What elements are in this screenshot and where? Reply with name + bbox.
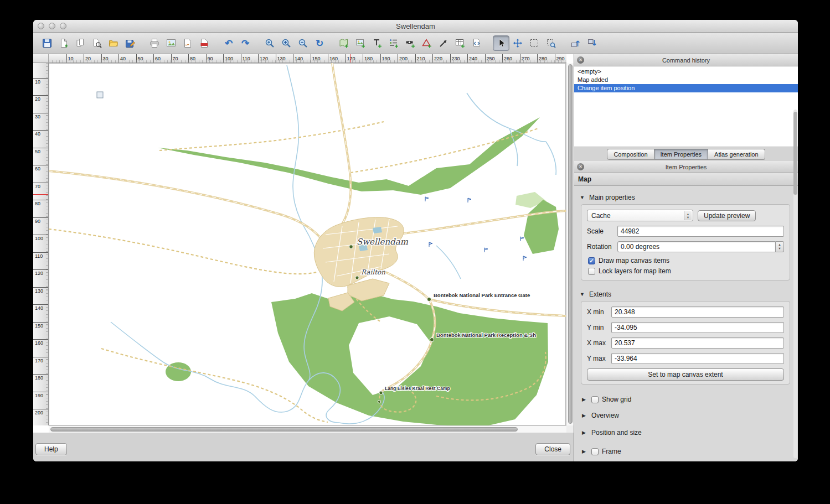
ymin-input[interactable]: -34.095 (611, 322, 784, 333)
add-arrow-icon[interactable] (435, 35, 452, 51)
item-type-label: Map (574, 173, 798, 186)
show-grid-checkbox[interactable]: ✓ (591, 396, 599, 403)
save-as-icon[interactable] (122, 35, 138, 51)
history-item[interactable]: <empty> (574, 67, 798, 76)
update-preview-button[interactable]: Update preview (698, 210, 756, 221)
chevron-right-icon[interactable]: ▶ (582, 430, 588, 435)
overview-section[interactable]: ▶ Overview (582, 412, 791, 419)
add-map-icon[interactable] (336, 35, 352, 51)
select-marquee-icon[interactable] (526, 35, 543, 51)
zoom-full-icon[interactable] (261, 35, 278, 51)
redo-icon[interactable]: ↷ (237, 35, 254, 51)
rotation-input[interactable]: 0.00 degrees (617, 241, 776, 252)
frame-checkbox[interactable]: ✓ (591, 448, 599, 455)
add-label-icon[interactable] (369, 35, 385, 51)
minimize-window-button[interactable] (49, 23, 55, 29)
duplicate-composition-icon[interactable] (72, 35, 89, 51)
canvas-vertical-scrollbar[interactable] (566, 63, 574, 425)
close-window-button[interactable] (38, 23, 44, 29)
canvas-viewport: Swellendam Railton Bontebok National Par… (49, 63, 566, 425)
add-html-icon[interactable] (468, 35, 485, 51)
tab-atlas-generation[interactable]: Atlas generation (708, 149, 765, 160)
tab-item-properties[interactable]: Item Properties (654, 149, 709, 160)
main-properties-group: Cache ▲ ▼ Update preview Scale 44982 (581, 204, 790, 280)
lock-layers-checkbox[interactable]: ✓ (588, 268, 595, 275)
vertical-scroll-thumb[interactable] (568, 64, 573, 424)
selection-handle[interactable] (97, 92, 103, 98)
traffic-lights (38, 23, 66, 29)
command-history-list: <empty> Map added Change item position (574, 66, 798, 147)
close-button[interactable]: Close (535, 443, 570, 455)
cache-mode-select[interactable]: Cache ▲ ▼ (587, 210, 693, 221)
save-project-icon[interactable] (39, 35, 55, 51)
panel-tabs: Composition Item Properties Atlas genera… (574, 147, 798, 161)
show-grid-section[interactable]: ▶ ✓ Show grid (582, 396, 791, 403)
chevron-right-icon[interactable]: ▶ (582, 397, 588, 402)
export-pdf-icon[interactable] (196, 35, 213, 51)
xmax-label: X max (587, 339, 611, 347)
add-image-icon[interactable] (352, 35, 369, 51)
add-scalebar-icon[interactable] (402, 35, 419, 51)
extents-section[interactable]: ▼ Extents (580, 289, 791, 299)
refresh-icon[interactable]: ↻ (311, 35, 328, 51)
export-image-icon[interactable] (163, 35, 179, 51)
chevron-right-icon[interactable]: ▶ (582, 449, 588, 454)
close-panel-icon[interactable]: ✕ (577, 56, 584, 64)
position-and-size-section[interactable]: ▶ Position and size (582, 429, 791, 437)
xmax-input[interactable]: 20.537 (611, 337, 784, 349)
scale-input[interactable]: 44982 (617, 226, 784, 237)
window-title: Swellendam (396, 22, 435, 30)
ymax-input[interactable]: -33.964 (611, 353, 784, 364)
export-svg-icon[interactable] (179, 35, 196, 51)
town-label: Swellendam (357, 237, 409, 247)
item-properties-header: ✕ Item Properties (574, 161, 798, 173)
horizontal-scroll-thumb[interactable] (50, 427, 518, 432)
xmin-input[interactable]: 20.348 (611, 306, 784, 318)
zoom-window-button[interactable] (60, 23, 66, 29)
chevron-right-icon[interactable]: ▶ (582, 413, 588, 418)
history-item-selected[interactable]: Change item position (574, 84, 798, 92)
suburb-label: Railton (361, 268, 385, 276)
item-properties-body: ▼ Main properties Cache ▲ ▼ Update previ… (574, 186, 798, 461)
chevron-down-icon[interactable]: ▼ (580, 195, 586, 200)
move-item-content-icon[interactable] (509, 35, 526, 51)
cache-mode-value: Cache (591, 212, 611, 220)
canvas-horizontal-scrollbar[interactable] (49, 425, 566, 433)
frame-section[interactable]: ▶ ✓ Frame (582, 448, 791, 455)
cursor-position-marker-x (350, 54, 350, 63)
panel-scroll-thumb[interactable] (793, 112, 797, 195)
new-composition-icon[interactable] (55, 35, 72, 51)
print-icon[interactable] (146, 35, 163, 51)
extents-label: Extents (589, 290, 611, 298)
dialog-footer: Help Close (33, 433, 574, 461)
chevron-down-icon[interactable]: ▼ (580, 292, 586, 297)
zoom-to-item-icon[interactable] (543, 35, 559, 51)
main-properties-section[interactable]: ▼ Main properties (580, 193, 791, 202)
open-folder-icon[interactable] (105, 35, 122, 51)
add-legend-icon[interactable] (385, 35, 402, 51)
set-to-map-canvas-extent-button[interactable]: Set to map canvas extent (587, 368, 784, 381)
tab-composition[interactable]: Composition (607, 149, 654, 160)
poi-reception-label: Bontebok National Park Reception & Sh (436, 332, 536, 338)
close-panel-icon[interactable]: ✕ (577, 163, 584, 170)
history-item[interactable]: Map added (574, 76, 798, 84)
add-table-icon[interactable] (452, 35, 468, 51)
panel-scrollbar[interactable] (793, 110, 797, 458)
undo-icon[interactable]: ↶ (220, 35, 237, 51)
titlebar[interactable]: Swellendam (33, 20, 798, 33)
zoom-out-icon[interactable] (295, 35, 311, 51)
left-ruler: 1020304050607080901001101201301401501601… (33, 63, 49, 425)
help-button[interactable]: Help (35, 443, 67, 455)
lower-items-icon[interactable] (584, 35, 600, 51)
zoom-in-icon[interactable] (278, 35, 295, 51)
select-move-item-icon[interactable] (493, 35, 509, 51)
add-shape-icon[interactable] (419, 35, 435, 51)
xmin-label: X min (587, 308, 611, 316)
desktop: Swellendam ↶ ↷ ↻ (0, 0, 830, 504)
draw-map-canvas-items-checkbox[interactable]: ✓ (588, 257, 595, 264)
urban-area (314, 217, 404, 311)
raise-items-icon[interactable] (567, 35, 584, 51)
map-canvas[interactable]: Swellendam Railton Bontebok National Par… (49, 63, 566, 425)
composition-manager-icon[interactable] (89, 35, 105, 51)
rotation-stepper[interactable]: ▲ ▼ (776, 241, 784, 252)
